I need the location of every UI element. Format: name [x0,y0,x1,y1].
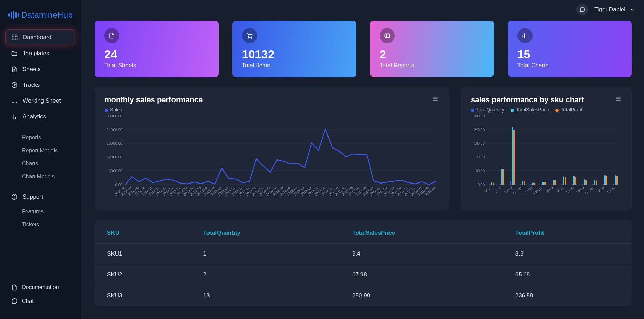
panel-title: monthly sales performance [105,95,203,104]
table-header[interactable]: TotalQuantity [191,223,340,244]
svg-point-5 [14,85,15,86]
doc-icon [11,284,18,291]
cart-icon [242,28,257,43]
sidebar-sub-report-models[interactable]: Report Models [5,144,75,157]
sidebar-item-dashboard[interactable]: Dashboard [5,29,75,45]
table-header[interactable]: TotalProfit [503,223,632,244]
sidebar-item-label: Working Sheet [23,97,61,104]
sidebar-link-documentation[interactable]: Documentation [11,281,70,294]
svg-rect-114 [573,176,575,185]
svg-text:SKU9: SKU9 [565,186,574,194]
svg-rect-87 [503,169,504,185]
topbar: Tiger Daniel [81,0,644,19]
content: 24 Total Sheets 10132 Total Items 2 Tota… [81,19,644,306]
svg-text:30000.00: 30000.00 [107,114,122,118]
svg-text:120.00: 120.00 [474,155,485,159]
card-value: 15 [517,48,622,61]
help-icon [11,193,18,200]
svg-rect-107 [554,180,556,185]
table-header[interactable]: SKU [95,223,191,244]
chart-menu-icon[interactable] [432,95,439,102]
sidebar-item-templates[interactable]: Templates [5,46,75,61]
chat-bubble-icon [579,7,586,13]
sidebar-item-analytics[interactable]: Analytics [5,109,75,124]
svg-rect-97 [530,185,532,185]
svg-text:240.00: 240.00 [474,128,485,132]
table-cell: SKU2 [95,264,191,285]
table-cell: SKU3 [95,285,191,306]
sidebar-item-label: Analytics [23,113,46,120]
sidebar-sub-tickets[interactable]: Tickets [5,218,75,231]
chat-icon [11,298,18,305]
charts-row: monthly sales performance Sales 0.006000… [95,87,632,210]
table-row[interactable]: SKU119.48.3 [95,244,632,264]
chart-legend: Sales [105,107,203,113]
file-icon [11,66,18,73]
card-value: 24 [104,48,209,61]
sidebar-sub-chart-models[interactable]: Chart Models [5,170,75,183]
svg-text:SKU7: SKU7 [555,186,564,194]
line-chart: 0.006000.0012000.0018000.0024000.0030000… [105,113,439,202]
table-cell: 1 [191,244,340,264]
sku-table: SKUTotalQuantityTotalSalesPriceTotalProf… [95,223,632,306]
svg-rect-106 [553,180,554,185]
chart-menu-icon[interactable] [615,95,622,102]
sidebar-link-label: Chat [22,298,34,304]
card-total-items[interactable]: 10132 Total Items [232,21,357,77]
svg-rect-105 [551,185,552,185]
bar-chart: 0.0060.00120.00180.00240.00300.00SKU1SKU… [471,113,622,202]
sidebar-sub-features[interactable]: Features [5,205,75,218]
svg-rect-0 [12,35,14,37]
table-row[interactable]: SKU2267.9865.68 [95,264,632,285]
sidebar-item-working-sheet[interactable]: Working Sheet [5,93,75,108]
sidebar-item-sheets[interactable]: Sheets [5,62,75,77]
file-icon [104,28,119,43]
gauge-icon [11,82,18,88]
card-value: 2 [380,48,485,61]
svg-rect-103 [544,182,546,185]
report-icon [380,28,395,43]
svg-rect-111 [565,177,566,185]
card-label: Total Charts [517,62,622,69]
svg-rect-126 [604,176,606,185]
svg-rect-2 [12,38,14,40]
panel-title: sales performance by sku chart [471,95,584,104]
sidebar-item-tracks[interactable]: Tracks [5,78,75,93]
sidebar-link-chat[interactable]: Chat [11,294,70,308]
sidebar-sub-charts[interactable]: Charts [5,157,75,170]
table-header[interactable]: TotalSalesPrice [340,223,503,244]
sidebar-item-label: Dashboard [23,34,51,41]
panel-monthly-sales: monthly sales performance Sales 0.006000… [95,87,449,210]
card-total-reports[interactable]: 2 Total Reports [370,21,494,77]
svg-point-7 [14,198,14,199]
svg-text:0.00: 0.00 [115,182,122,187]
svg-rect-94 [522,181,523,185]
sidebar: DatamineHub Dashboard Templates Sheets T… [0,0,81,319]
brand-logo[interactable]: DatamineHub [0,8,81,29]
table-row[interactable]: SKU313250.99236.59 [95,285,632,306]
svg-rect-99 [534,183,535,185]
svg-text:SKU3: SKU3 [503,186,513,194]
card-total-charts[interactable]: 15 Total Charts [508,21,632,77]
svg-rect-85 [500,184,501,185]
svg-rect-127 [606,176,607,185]
card-total-sheets[interactable]: 24 Total Sheets [95,21,219,77]
sidebar-bottom: Documentation Chat [0,281,81,311]
svg-text:SKU6: SKU6 [575,186,585,194]
sidebar-sub-reports[interactable]: Reports [5,131,75,144]
svg-rect-101 [541,185,542,185]
svg-text:SKU8: SKU8 [545,186,554,194]
notifications-button[interactable] [576,4,588,15]
svg-text:SKU10: SKU10 [584,186,595,196]
svg-text:SKU13: SKU13 [523,186,534,196]
table-cell: 236.59 [503,285,632,306]
svg-rect-102 [542,182,544,185]
sidebar-item-support[interactable]: Support [5,189,75,204]
svg-rect-98 [532,183,534,185]
svg-rect-113 [572,184,573,185]
sidebar-item-label: Sheets [23,66,41,73]
sidebar-link-label: Documentation [22,284,59,291]
svg-text:18000.00: 18000.00 [107,141,122,145]
svg-rect-3 [15,38,17,40]
user-menu[interactable]: Tiger Daniel [594,6,636,13]
